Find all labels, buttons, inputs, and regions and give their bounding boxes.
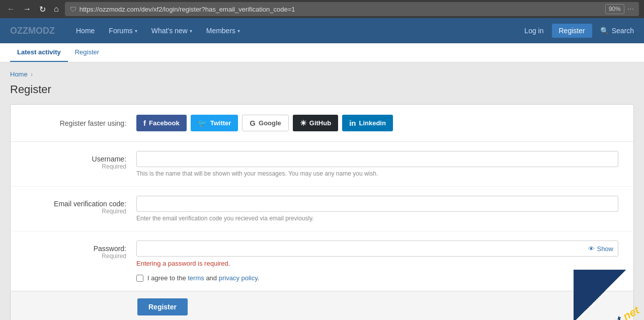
forward-button[interactable]: → — [21, 3, 33, 16]
submit-section: Register — [11, 291, 633, 320]
username-field-col: This is the name that will be shown with… — [136, 151, 618, 177]
form-section: Username: Required This is the name that… — [11, 141, 633, 291]
email-code-required: Required — [26, 208, 126, 215]
email-code-label-col: Email verification code: Required — [26, 196, 126, 215]
sub-navigation: Latest activity Register — [0, 43, 644, 62]
url-text: https://ozzmodz.com/dev/xf2/login/regist… — [79, 6, 602, 13]
nav-item-whats-new[interactable]: What's new ▾ — [145, 23, 198, 39]
agree-checkbox[interactable] — [136, 275, 143, 282]
nav-items: Home Forums ▾ What's new ▾ Members ▾ — [70, 23, 524, 39]
page-content: Home › Register Register faster using: f… — [0, 62, 644, 320]
nav-item-home[interactable]: Home — [70, 23, 101, 39]
breadcrumb-home[interactable]: Home — [10, 70, 28, 78]
login-link[interactable]: Log in — [524, 27, 543, 35]
social-label: Register faster using: — [26, 119, 126, 127]
browser-extra-actions: ··· — [627, 5, 634, 14]
facebook-button[interactable]: f Facebook — [136, 115, 187, 131]
username-hint: This is the name that will be shown with… — [136, 170, 618, 177]
social-buttons: f Facebook 🐦 Twitter G Google ☀ GitHub i… — [136, 115, 393, 131]
terms-link[interactable]: terms — [188, 274, 204, 282]
subnav-latest-activity[interactable]: Latest activity — [10, 43, 68, 62]
back-button[interactable]: ← — [5, 3, 17, 16]
refresh-button[interactable]: ↻ — [37, 3, 48, 16]
register-nav-link[interactable]: Register — [552, 24, 592, 38]
username-label: Username: — [26, 155, 126, 163]
password-error: Entering a password is required. — [136, 260, 618, 267]
home-button[interactable]: ⌂ — [52, 3, 61, 16]
email-code-field-col: Enter the email verification code you re… — [136, 196, 618, 222]
linkedin-button[interactable]: in Linkedin — [342, 115, 393, 131]
password-row: Password: Required 👁 Show Entering a pas… — [11, 231, 633, 291]
show-password-button[interactable]: 👁 Show — [588, 245, 613, 253]
register-form-card: Register faster using: f Facebook 🐦 Twit… — [10, 104, 634, 320]
members-chevron: ▾ — [237, 28, 240, 34]
linkedin-icon: in — [349, 119, 356, 127]
browser-chrome: ← → ↻ ⌂ 🛡 https://ozzmodz.com/dev/xf2/lo… — [0, 0, 644, 18]
password-field-col: 👁 Show Entering a password is required. … — [136, 241, 618, 282]
username-input[interactable] — [136, 151, 618, 167]
page-title: Register — [10, 83, 634, 96]
social-section: Register faster using: f Facebook 🐦 Twit… — [11, 105, 633, 141]
email-code-row: Email verification code: Required Enter … — [11, 187, 633, 231]
whats-new-chevron: ▾ — [190, 28, 192, 34]
username-required: Required — [26, 163, 126, 170]
search-button[interactable]: 🔍 Search — [600, 27, 634, 35]
twitter-icon: 🐦 — [198, 119, 207, 128]
username-row: Username: Required This is the name that… — [11, 142, 633, 187]
breadcrumb: Home › — [10, 70, 634, 78]
site-logo[interactable]: OZZMODZ — [10, 26, 55, 36]
email-code-input[interactable] — [136, 196, 618, 212]
agree-row: I agree to the terms and privacy policy. — [136, 274, 618, 282]
email-code-hint: Enter the email verification code you re… — [136, 215, 618, 222]
address-bar[interactable]: 🛡 https://ozzmodz.com/dev/xf2/login/regi… — [65, 2, 639, 16]
zoom-level: 90% — [605, 4, 624, 14]
github-button[interactable]: ☀ GitHub — [293, 115, 338, 131]
password-wrapper: 👁 Show — [136, 241, 618, 257]
facebook-icon: f — [143, 119, 146, 127]
privacy-link[interactable]: privacy policy — [219, 274, 258, 282]
shield-icon: 🛡 — [70, 6, 76, 13]
nav-item-members[interactable]: Members ▾ — [200, 23, 246, 39]
nav-item-forums[interactable]: Forums ▾ — [103, 23, 143, 39]
subnav-register[interactable]: Register — [68, 43, 106, 62]
breadcrumb-separator: › — [31, 70, 33, 78]
agree-text: I agree to the terms and privacy policy. — [147, 274, 259, 282]
username-label-col: Username: Required — [26, 151, 126, 170]
top-navigation: OZZMODZ Home Forums ▾ What's new ▾ Membe… — [0, 18, 644, 43]
search-icon: 🔍 — [600, 27, 609, 35]
password-label-col: Password: Required — [26, 241, 126, 260]
register-submit-button[interactable]: Register — [137, 298, 188, 315]
password-input[interactable] — [136, 241, 618, 257]
twitter-button[interactable]: 🐦 Twitter — [191, 115, 238, 131]
password-required: Required — [26, 253, 126, 260]
github-icon: ☀ — [300, 119, 306, 128]
email-code-label: Email verification code: — [26, 200, 126, 208]
google-button[interactable]: G Google — [242, 115, 288, 131]
password-label: Password: — [26, 245, 126, 253]
eye-icon: 👁 — [588, 245, 595, 253]
nav-right: Log in Register 🔍 Search — [524, 24, 634, 38]
google-icon: G — [250, 119, 256, 127]
forums-chevron: ▾ — [135, 28, 137, 34]
